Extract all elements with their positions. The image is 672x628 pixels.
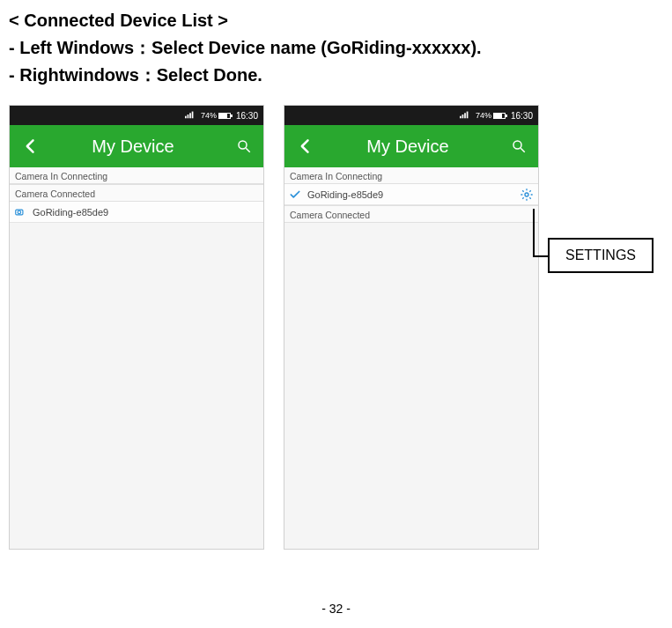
- settings-gear-button[interactable]: [519, 187, 535, 203]
- svg-rect-4: [192, 112, 194, 119]
- battery-indicator: 74%: [201, 111, 231, 120]
- svg-rect-11: [462, 115, 464, 118]
- svg-point-16: [525, 193, 528, 196]
- search-button[interactable]: [506, 134, 531, 159]
- right-statusbar: 74% 16:30: [284, 106, 538, 125]
- left-phone: 74% 16:30 My Device Camera In Connecting…: [9, 105, 264, 550]
- heading-line-3-left: - Rightwindows: [9, 65, 139, 85]
- callout-leader-horizontal: [533, 255, 549, 257]
- device-row-selected[interactable]: GoRiding-e85de9: [284, 184, 538, 205]
- heading-line-2: - Left Windows：Select Device name (GoRid…: [9, 34, 663, 62]
- right-list: Camera In Connecting GoRiding-e85de9 Cam…: [284, 167, 538, 223]
- titlebar-title: My Device: [316, 137, 499, 157]
- svg-point-14: [513, 141, 521, 149]
- check-icon: [288, 188, 302, 202]
- device-name: GoRiding-e85de9: [33, 207, 260, 218]
- svg-rect-10: [460, 116, 462, 119]
- callout-leader-vertical: [533, 209, 535, 257]
- titlebar-title: My Device: [41, 137, 225, 157]
- right-titlebar: My Device: [284, 125, 538, 167]
- svg-point-5: [239, 141, 247, 149]
- svg-rect-2: [188, 115, 189, 118]
- search-button[interactable]: [232, 134, 256, 159]
- battery-indicator: 74%: [476, 111, 506, 120]
- battery-icon: [218, 113, 231, 119]
- page-root: < Connected Device List > - Left Windows…: [0, 0, 672, 628]
- svg-rect-1: [185, 116, 187, 119]
- signal-icon: [185, 110, 196, 121]
- left-empty-area: [10, 223, 263, 549]
- device-row[interactable]: GoRiding-e85de9: [10, 202, 263, 223]
- page-number: - 32 -: [0, 602, 672, 616]
- left-statusbar: 74% 16:30: [10, 106, 263, 125]
- screenshot-row: 74% 16:30 My Device Camera In Connecting…: [9, 105, 663, 550]
- label-connected: Camera Connected: [10, 184, 263, 202]
- svg-line-15: [521, 148, 525, 152]
- battery-icon: [493, 113, 506, 119]
- heading-colon-2: ：: [134, 38, 151, 57]
- svg-point-8: [18, 211, 21, 214]
- battery-pct: 74%: [201, 111, 217, 120]
- heading-line-2-left: - Left Windows: [9, 38, 134, 57]
- settings-callout: SETTINGS: [548, 238, 654, 273]
- heading-line-1: < Connected Device List >: [9, 7, 663, 34]
- svg-rect-12: [464, 113, 466, 118]
- heading-line-2-right: Select Device name (GoRiding-xxxxxx).: [151, 38, 482, 57]
- label-connected: Camera Connected: [284, 205, 538, 223]
- battery-pct: 74%: [476, 111, 491, 120]
- status-time: 16:30: [511, 111, 533, 121]
- label-connecting: Camera In Connecting: [10, 167, 263, 184]
- callout-text: SETTINGS: [565, 248, 636, 263]
- svg-line-6: [246, 148, 250, 152]
- heading-colon-3: ：: [139, 65, 157, 85]
- svg-rect-13: [467, 112, 469, 119]
- status-time: 16:30: [236, 111, 258, 121]
- left-list: Camera In Connecting Camera Connected Go…: [10, 167, 263, 223]
- right-empty-area: [284, 223, 538, 549]
- svg-rect-3: [189, 113, 191, 118]
- left-titlebar: My Device: [10, 125, 263, 167]
- heading-line-3: - Rightwindows：Select Done.: [9, 62, 663, 89]
- device-name: GoRiding-e85de9: [307, 189, 513, 200]
- heading-line-3-right: Select Done.: [157, 65, 262, 85]
- right-phone: 74% 16:30 My Device Camera In Connecting: [284, 105, 539, 550]
- signal-icon: [460, 110, 470, 121]
- label-connecting: Camera In Connecting: [284, 167, 538, 184]
- camera-icon: [13, 205, 27, 219]
